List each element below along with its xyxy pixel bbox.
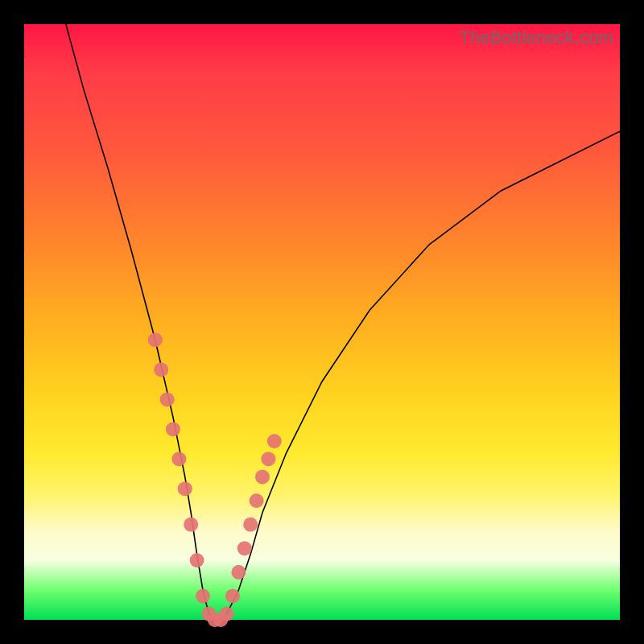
curve-marker bbox=[261, 452, 275, 466]
marker-group bbox=[148, 332, 282, 627]
curve-marker bbox=[220, 607, 234, 621]
curve-marker bbox=[171, 452, 186, 466]
curve-marker bbox=[225, 588, 240, 603]
curve-marker bbox=[178, 481, 192, 496]
curve-marker bbox=[237, 541, 252, 555]
curve-marker bbox=[160, 392, 175, 407]
curve-marker bbox=[255, 469, 270, 484]
curve-marker bbox=[148, 332, 163, 347]
curve-marker bbox=[154, 362, 168, 377]
curve-marker bbox=[190, 553, 204, 568]
curve-marker bbox=[250, 493, 264, 508]
curve-svg bbox=[24, 24, 620, 620]
curve-marker bbox=[196, 588, 210, 603]
chart-frame: TheBottleneck.com bbox=[0, 0, 644, 644]
curve-marker bbox=[231, 565, 246, 580]
curve-marker bbox=[184, 518, 198, 532]
curve-marker bbox=[243, 518, 258, 532]
curve-marker bbox=[267, 434, 282, 448]
bottleneck-curve bbox=[66, 24, 620, 620]
plot-area: TheBottleneck.com bbox=[24, 24, 620, 620]
curve-marker bbox=[166, 422, 180, 436]
